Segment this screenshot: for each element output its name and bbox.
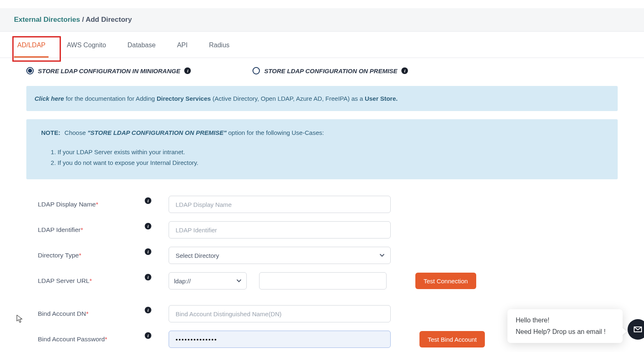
info-icon[interactable]: i [145,197,151,204]
info-icon[interactable]: i [145,332,151,339]
breadcrumb-link[interactable]: External Directories [14,16,80,23]
chat-greeting: Hello there! [516,317,614,324]
doc-link[interactable]: Click here [35,95,64,102]
info-icon[interactable]: i [145,274,151,280]
note-label: NOTE: [41,129,60,136]
label-identifier: LDAP Identifier [38,226,81,233]
note-item: If you do not want to expose your Intern… [58,157,603,168]
input-bind-dn[interactable] [169,305,391,322]
label-directory-type: Directory Type [38,252,79,259]
breadcrumb: External Directories / Add Directory [14,16,630,24]
label-server-url: LDAP Server URL [38,277,89,284]
info-icon[interactable]: i [184,67,191,74]
info-icon[interactable]: i [401,67,408,74]
radio-store-miniorange[interactable]: STORE LDAP CONFIGURATION IN MINIORANGE i [26,67,191,74]
documentation-alert: Click here for the documentation for Add… [26,86,618,111]
label-bind-password: Bind Account Password [38,336,105,343]
info-icon[interactable]: i [145,223,151,229]
tab-api[interactable]: API [174,32,191,58]
radio-store-onpremise[interactable]: STORE LDAP CONFIGURATION ON PREMISE i [253,67,408,74]
breadcrumb-current: Add Directory [86,16,132,23]
label-bind-dn: Bind Account DN [38,310,86,317]
radio-icon [26,67,34,74]
note-list: If your LDAP Server exists within your i… [58,147,603,168]
radio-label: STORE LDAP CONFIGURATION IN MINIORANGE [38,67,180,74]
radio-icon [253,67,260,74]
chat-help-popup[interactable]: Hello there! Need Help? Drop us an email… [507,309,623,343]
breadcrumb-sep: / [82,16,84,23]
radio-label: STORE LDAP CONFIGURATION ON PREMISE [264,67,397,74]
info-icon[interactable]: i [145,248,151,255]
label-display-name: LDAP Display Name [38,201,96,208]
tab-adldap[interactable]: AD/LDAP [14,32,49,58]
test-connection-button[interactable]: Test Connection [415,273,476,289]
select-protocol[interactable]: ldap:// [169,272,247,289]
tab-bar: AD/LDAP AWS Cognito Database API Radius [0,32,644,58]
tab-database[interactable]: Database [124,32,159,58]
test-bind-account-button[interactable]: Test Bind Account [419,331,485,347]
select-directory-type[interactable]: Select Directory [169,247,391,264]
tab-aws-cognito[interactable]: AWS Cognito [63,32,109,58]
input-display-name[interactable] [169,196,391,213]
info-icon[interactable]: i [145,307,151,313]
input-identifier[interactable] [169,221,391,239]
input-server-url[interactable] [259,272,387,289]
chat-help-text: Need Help? Drop us an email ! [516,328,614,336]
note-box: NOTE: Choose "STORE LDAP CONFIGURATION O… [26,119,618,179]
input-bind-password[interactable] [169,331,391,348]
tab-radius[interactable]: Radius [206,32,233,58]
note-item: If your LDAP Server exists within your i… [58,147,603,157]
